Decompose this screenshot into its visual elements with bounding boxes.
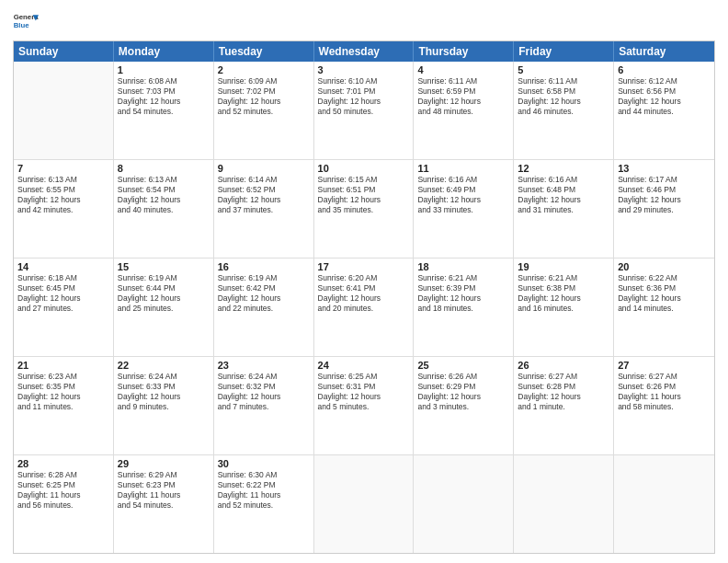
cell-text: Daylight: 12 hours	[417, 293, 509, 304]
cell-text: Sunset: 6:56 PM	[618, 86, 711, 97]
cell-text: and 20 minutes.	[318, 304, 410, 314]
empty-cell	[414, 455, 514, 553]
day-number: 21	[17, 360, 109, 371]
cell-text: Daylight: 12 hours	[218, 97, 310, 107]
cell-text: and 18 minutes.	[417, 304, 509, 314]
cell-text: and 52 minutes.	[218, 500, 310, 511]
cell-text: and 3 minutes.	[417, 402, 509, 412]
cell-text: Sunrise: 6:17 AM	[618, 175, 711, 185]
cell-text: and 9 minutes.	[118, 402, 210, 412]
day-number: 16	[218, 261, 310, 272]
calendar-day-26: 26Sunrise: 6:27 AMSunset: 6:28 PMDayligh…	[514, 357, 614, 454]
cell-text: Sunset: 6:51 PM	[318, 185, 410, 195]
cell-text: and 54 minutes.	[118, 107, 210, 117]
calendar-day-22: 22Sunrise: 6:24 AMSunset: 6:33 PMDayligh…	[114, 357, 214, 454]
calendar-week-4: 21Sunrise: 6:23 AMSunset: 6:35 PMDayligh…	[14, 357, 714, 455]
day-number: 27	[618, 360, 711, 371]
cell-text: Daylight: 12 hours	[118, 97, 210, 107]
calendar-day-4: 4Sunrise: 6:11 AMSunset: 6:59 PMDaylight…	[414, 62, 514, 159]
calendar-week-1: 1Sunrise: 6:08 AMSunset: 7:03 PMDaylight…	[14, 62, 714, 160]
cell-text: Sunrise: 6:16 AM	[518, 175, 609, 185]
calendar-day-16: 16Sunrise: 6:19 AMSunset: 6:42 PMDayligh…	[214, 259, 314, 356]
cell-text: Sunrise: 6:11 AM	[518, 76, 609, 86]
calendar-day-8: 8Sunrise: 6:13 AMSunset: 6:54 PMDaylight…	[114, 160, 214, 258]
cell-text: Daylight: 11 hours	[618, 392, 711, 402]
day-number: 17	[318, 261, 410, 272]
day-number: 6	[618, 64, 711, 75]
page-header: General Blue	[13, 9, 715, 35]
cell-text: and 52 minutes.	[218, 107, 310, 117]
cell-text: and 33 minutes.	[417, 205, 509, 215]
cell-text: and 7 minutes.	[218, 402, 310, 412]
day-number: 3	[318, 64, 410, 75]
cell-text: Sunset: 6:44 PM	[118, 283, 210, 293]
cell-text: Sunset: 6:22 PM	[218, 480, 310, 490]
day-number: 25	[417, 360, 509, 371]
calendar-day-13: 13Sunrise: 6:17 AMSunset: 6:46 PMDayligh…	[614, 160, 714, 258]
cell-text: Sunrise: 6:25 AM	[318, 372, 410, 382]
cell-text: Sunrise: 6:16 AM	[417, 175, 509, 185]
cell-text: and 37 minutes.	[218, 205, 310, 215]
cell-text: Sunset: 6:58 PM	[518, 86, 609, 97]
cell-text: and 44 minutes.	[618, 107, 711, 117]
cell-text: Sunrise: 6:15 AM	[318, 175, 410, 185]
cell-text: Daylight: 12 hours	[318, 293, 410, 304]
calendar-week-5: 28Sunrise: 6:28 AMSunset: 6:25 PMDayligh…	[14, 455, 714, 553]
calendar-header: SundayMondayTuesdayWednesdayThursdayFrid…	[14, 41, 714, 62]
cell-text: and 14 minutes.	[618, 304, 711, 314]
logo-icon: General Blue	[13, 9, 39, 35]
cell-text: Daylight: 12 hours	[518, 195, 609, 205]
calendar-day-11: 11Sunrise: 6:16 AMSunset: 6:49 PMDayligh…	[414, 160, 514, 258]
cell-text: Daylight: 12 hours	[618, 195, 711, 205]
calendar-day-19: 19Sunrise: 6:21 AMSunset: 6:38 PMDayligh…	[514, 259, 614, 356]
cell-text: Sunset: 6:29 PM	[417, 382, 509, 392]
cell-text: Daylight: 12 hours	[618, 97, 711, 107]
cell-text: Daylight: 12 hours	[17, 195, 109, 205]
cell-text: and 1 minute.	[518, 402, 609, 412]
day-number: 7	[17, 163, 109, 174]
cell-text: Sunset: 6:48 PM	[518, 185, 609, 195]
cell-text: Daylight: 12 hours	[318, 195, 410, 205]
cell-text: Sunset: 6:26 PM	[618, 382, 711, 392]
cell-text: Sunrise: 6:21 AM	[417, 273, 509, 283]
cell-text: Sunrise: 6:19 AM	[218, 273, 310, 283]
calendar-week-3: 14Sunrise: 6:18 AMSunset: 6:45 PMDayligh…	[14, 259, 714, 357]
cell-text: Sunrise: 6:24 AM	[218, 372, 310, 382]
day-header-sunday: Sunday	[14, 41, 114, 62]
calendar-body: 1Sunrise: 6:08 AMSunset: 7:03 PMDaylight…	[14, 62, 714, 553]
cell-text: Sunset: 6:35 PM	[17, 382, 109, 392]
cell-text: Sunset: 6:28 PM	[518, 382, 609, 392]
cell-text: and 11 minutes.	[17, 402, 109, 412]
cell-text: Sunrise: 6:24 AM	[118, 372, 210, 382]
calendar-day-12: 12Sunrise: 6:16 AMSunset: 6:48 PMDayligh…	[514, 160, 614, 258]
cell-text: and 25 minutes.	[118, 304, 210, 314]
cell-text: Sunset: 7:02 PM	[218, 86, 310, 97]
calendar-day-20: 20Sunrise: 6:22 AMSunset: 6:36 PMDayligh…	[614, 259, 714, 356]
calendar-day-7: 7Sunrise: 6:13 AMSunset: 6:55 PMDaylight…	[14, 160, 114, 258]
calendar-day-3: 3Sunrise: 6:10 AMSunset: 7:01 PMDaylight…	[314, 62, 415, 159]
empty-cell	[514, 455, 614, 553]
cell-text: and 35 minutes.	[318, 205, 410, 215]
cell-text: Sunrise: 6:08 AM	[118, 76, 210, 86]
cell-text: Sunset: 6:52 PM	[218, 185, 310, 195]
cell-text: Sunset: 7:03 PM	[118, 86, 210, 97]
cell-text: Daylight: 12 hours	[218, 392, 310, 402]
calendar-day-21: 21Sunrise: 6:23 AMSunset: 6:35 PMDayligh…	[14, 357, 114, 454]
cell-text: Daylight: 11 hours	[17, 490, 109, 500]
cell-text: Sunset: 6:25 PM	[17, 480, 109, 490]
cell-text: Daylight: 12 hours	[417, 195, 509, 205]
day-number: 20	[618, 261, 711, 272]
cell-text: Sunset: 6:32 PM	[218, 382, 310, 392]
day-number: 30	[218, 458, 310, 469]
cell-text: Sunset: 6:49 PM	[417, 185, 509, 195]
cell-text: Daylight: 12 hours	[518, 392, 609, 402]
cell-text: and 46 minutes.	[518, 107, 609, 117]
day-header-tuesday: Tuesday	[214, 41, 314, 62]
calendar-day-17: 17Sunrise: 6:20 AMSunset: 6:41 PMDayligh…	[314, 259, 415, 356]
cell-text: Sunrise: 6:13 AM	[118, 175, 210, 185]
cell-text: Sunrise: 6:13 AM	[17, 175, 109, 185]
cell-text: Sunset: 6:42 PM	[218, 283, 310, 293]
day-number: 13	[618, 163, 711, 174]
cell-text: Sunset: 6:59 PM	[417, 86, 509, 97]
calendar-week-2: 7Sunrise: 6:13 AMSunset: 6:55 PMDaylight…	[14, 160, 714, 259]
